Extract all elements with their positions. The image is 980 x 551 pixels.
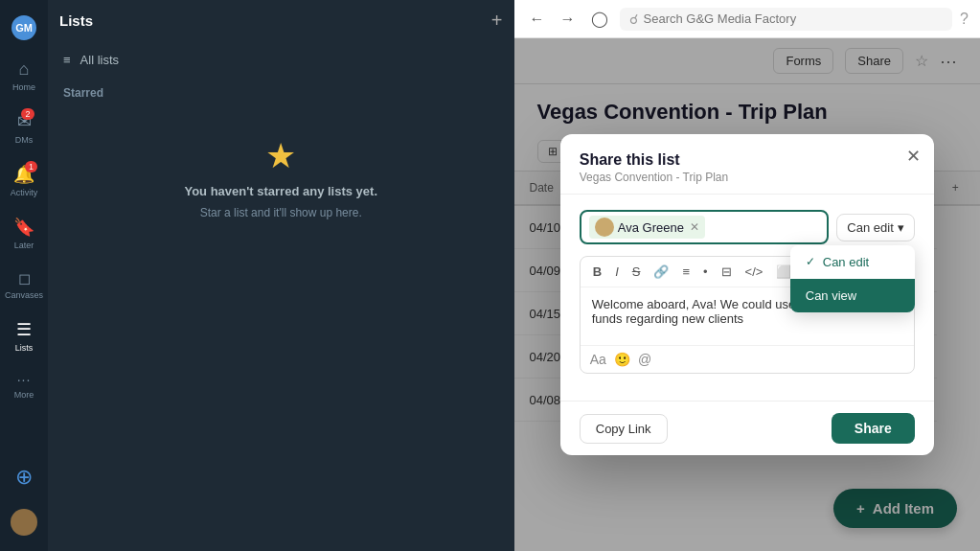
sidebar-item-lists[interactable]: ☰ Lists — [3, 311, 45, 360]
history-button[interactable]: ◯ — [587, 6, 612, 32]
sidebar-nav: ≡ All lists — [48, 41, 514, 79]
back-button[interactable]: ← — [526, 7, 549, 32]
sidebar-item-dms[interactable]: ✉ 2 DMs — [3, 103, 45, 152]
bullet-list-button[interactable]: • — [698, 263, 713, 281]
copy-link-button[interactable]: Copy Link — [580, 414, 668, 444]
left-nav: GM ⌂ Home ✉ 2 DMs 🔔 1 Activity 🔖 Later ◻… — [0, 0, 48, 551]
topbar: ← → ◯ ☌ ? — [514, 0, 981, 38]
sidebar-item-later[interactable]: 🔖 Later — [3, 209, 45, 258]
permission-button[interactable]: Can edit ▾ — [836, 214, 914, 241]
share-modal: Share this list Vegas Convention - Trip … — [560, 134, 934, 455]
strikethrough-button[interactable]: S — [627, 263, 646, 281]
dms-badge: 2 — [21, 108, 34, 120]
user-profile[interactable] — [3, 501, 45, 543]
permission-dropdown: ✓ Can edit Can view — [790, 245, 915, 312]
sidebar-item-home[interactable]: ⌂ Home — [3, 52, 45, 100]
modal-overlay: Share this list Vegas Convention - Trip … — [514, 38, 981, 551]
permission-wrapper: Can edit ▾ ✓ Can edit Can view — [836, 214, 914, 241]
recipient-chip: Ava Greene ✕ — [589, 216, 705, 239]
sidebar-item-activity[interactable]: 🔔 1 Activity — [3, 156, 45, 205]
sidebar-item-more[interactable]: ··· More — [3, 364, 45, 407]
modal-body: Ava Greene ✕ Can edit ▾ ✓ — [560, 195, 934, 401]
search-icon: ☌ — [629, 11, 638, 27]
main-area: ← → ◯ ☌ ? Forms Share ☆ ⋯ Vegas Conventi… — [514, 0, 981, 551]
sidebar-title: Lists — [59, 12, 482, 29]
emoji-button[interactable]: 🙂 — [614, 352, 630, 367]
sidebar-header: Lists + — [48, 0, 514, 41]
canvas-icon: ◻ — [18, 269, 31, 287]
recipient-field[interactable]: Ava Greene ✕ — [580, 210, 830, 244]
help-button[interactable]: ? — [960, 11, 969, 28]
sidebar-item-home[interactable]: GM — [3, 8, 45, 48]
bookmark-icon: 🔖 — [13, 217, 34, 238]
indent-button[interactable]: ⊟ — [717, 263, 737, 281]
mention-button[interactable]: @ — [638, 352, 651, 367]
sidebar-nav-all-lists[interactable]: ≡ All lists — [48, 45, 514, 75]
chip-remove-button[interactable]: ✕ — [690, 220, 699, 234]
search-bar[interactable]: ☌ — [620, 8, 953, 31]
recipient-name: Ava Greene — [618, 220, 684, 235]
dms-icon-wrap: ✉ 2 — [17, 111, 32, 132]
star-icon: ★ — [265, 136, 296, 176]
plus-circle-icon: ⊕ — [15, 465, 33, 490]
modal-footer: Copy Link Share — [560, 401, 934, 455]
modal-title: Share this list — [580, 151, 915, 169]
activity-icon-wrap: 🔔 1 — [13, 164, 34, 185]
starred-empty-subtitle: Star a list and it'll show up here. — [200, 206, 362, 219]
code-button[interactable]: </> — [741, 263, 768, 281]
starred-empty-state: ★ You haven't starred any lists yet. Sta… — [48, 107, 514, 248]
more-dots-icon: ··· — [17, 372, 32, 387]
share-recipient-row: Ava Greene ✕ Can edit ▾ ✓ — [580, 210, 915, 244]
starred-empty-title: You haven't starred any lists yet. — [184, 184, 377, 198]
ordered-list-button[interactable]: ≡ — [677, 263, 695, 281]
add-button[interactable]: ⊕ — [3, 457, 45, 497]
user-avatar-small: GM — [11, 15, 36, 40]
sidebar-add-button[interactable]: + — [491, 10, 503, 32]
lists-icon: ☰ — [16, 319, 32, 340]
perm-option-can-edit[interactable]: ✓ Can edit — [790, 245, 915, 279]
bold-button[interactable]: B — [588, 263, 606, 281]
modal-header: Share this list Vegas Convention - Trip … — [560, 134, 934, 195]
italic-button[interactable]: I — [610, 263, 624, 281]
user-avatar — [11, 509, 37, 536]
sidebar-item-canvases[interactable]: ◻ Canvases — [3, 262, 45, 308]
recipient-avatar — [595, 218, 614, 237]
modal-close-button[interactable]: ✕ — [906, 148, 921, 165]
text-format-button[interactable]: Aa — [590, 352, 606, 367]
home-icon: ⌂ — [19, 59, 30, 80]
perm-option-can-view[interactable]: Can view — [790, 279, 915, 312]
forward-button[interactable]: → — [557, 7, 580, 32]
link-button[interactable]: 🔗 — [649, 263, 673, 281]
activity-badge: 1 — [25, 161, 37, 172]
search-input[interactable] — [644, 11, 944, 26]
editor-bottom-toolbar: Aa 🙂 @ — [581, 345, 914, 373]
modal-subtitle: Vegas Convention - Trip Plan — [580, 171, 915, 184]
share-submit-button[interactable]: Share — [832, 413, 915, 444]
sidebar: Lists + ≡ All lists Starred ★ You haven'… — [48, 0, 514, 551]
check-icon: ✓ — [806, 255, 815, 268]
main-content: Forms Share ☆ ⋯ Vegas Convention - Trip … — [514, 38, 981, 551]
chevron-down-icon: ▾ — [898, 220, 904, 235]
list-icon: ≡ — [63, 53, 71, 67]
starred-section-label: Starred — [48, 79, 514, 107]
